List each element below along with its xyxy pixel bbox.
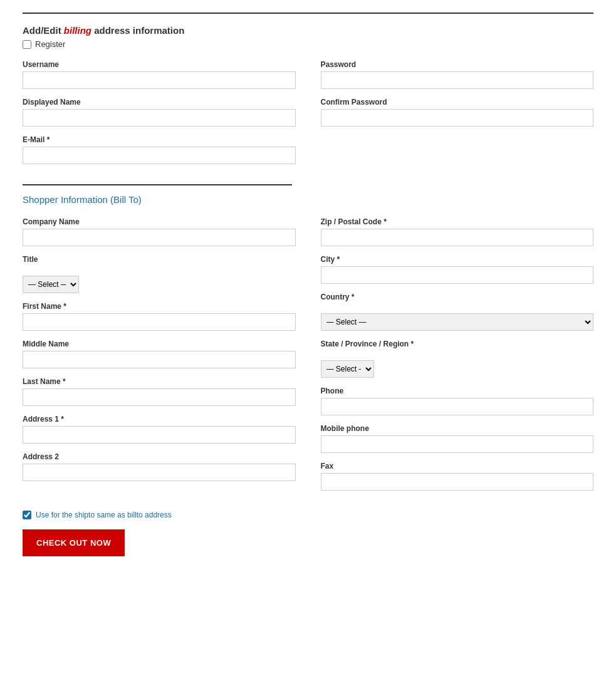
password-group: Password — [321, 60, 594, 89]
email-input[interactable] — [23, 147, 296, 164]
shopper-left-col: Company Name Title — Select — First Name… — [23, 217, 296, 499]
displayed-name-group: Displayed Name — [23, 98, 296, 127]
company-name-input[interactable] — [23, 229, 296, 246]
password-label: Password — [321, 60, 594, 69]
checkout-button[interactable]: CHECK OUT NOW — [23, 529, 125, 556]
use-shipto-checkbox[interactable] — [23, 511, 31, 519]
email-label: E-Mail * — [23, 135, 296, 144]
username-group: Username — [23, 60, 296, 89]
last-name-group: Last Name * — [23, 377, 296, 406]
state-label: State / Province / Region * — [321, 340, 594, 348]
confirm-password-input[interactable] — [321, 109, 594, 127]
mobile-input[interactable] — [321, 435, 594, 453]
account-fields: Username Displayed Name E-Mail * Passwor… — [23, 60, 593, 173]
title-suffix: address information — [91, 25, 184, 36]
last-name-label: Last Name * — [23, 377, 296, 386]
zip-label: Zip / Postal Code * — [321, 217, 594, 226]
register-checkbox[interactable] — [23, 40, 31, 49]
register-label: Register — [35, 39, 65, 49]
shopper-right-col: Zip / Postal Code * City * Country * — S… — [321, 217, 594, 499]
city-group: City * — [321, 255, 594, 284]
account-right-col: Password Confirm Password — [321, 60, 594, 173]
phone-input[interactable] — [321, 398, 594, 415]
fax-input[interactable] — [321, 473, 594, 491]
first-name-input[interactable] — [23, 313, 296, 331]
title-field-label: Title — [23, 255, 296, 264]
page-title: Add/Edit billing address information — [23, 25, 593, 36]
username-input[interactable] — [23, 71, 296, 89]
shopper-fields: Company Name Title — Select — First Name… — [23, 217, 593, 499]
address2-group: Address 2 — [23, 452, 296, 481]
displayed-name-input[interactable] — [23, 109, 296, 127]
state-select[interactable]: — Select — — [321, 360, 374, 378]
company-name-group: Company Name — [23, 217, 296, 246]
email-group: E-Mail * — [23, 135, 296, 164]
fax-label: Fax — [321, 462, 594, 470]
username-label: Username — [23, 60, 296, 69]
title-field-group: Title — Select — — [23, 255, 296, 293]
use-shipto-label: Use for the shipto same as billto addres… — [36, 511, 172, 519]
confirm-password-label: Confirm Password — [321, 98, 594, 107]
address1-input[interactable] — [23, 426, 296, 444]
zip-input[interactable] — [321, 229, 594, 246]
zip-group: Zip / Postal Code * — [321, 217, 594, 246]
mobile-label: Mobile phone — [321, 424, 594, 433]
first-name-group: First Name * — [23, 302, 296, 331]
state-group: State / Province / Region * — Select — — [321, 340, 594, 378]
city-input[interactable] — [321, 266, 594, 284]
title-select[interactable]: — Select — — [23, 276, 79, 293]
use-shipto-row: Use for the shipto same as billto addres… — [23, 511, 593, 519]
phone-group: Phone — [321, 387, 594, 415]
mid-divider — [23, 184, 292, 185]
address1-group: Address 1 * — [23, 415, 296, 444]
country-label: Country * — [321, 293, 594, 301]
last-name-input[interactable] — [23, 388, 296, 406]
register-row: Register — [23, 39, 593, 49]
address1-label: Address 1 * — [23, 415, 296, 424]
fax-group: Fax — [321, 462, 594, 491]
displayed-name-label: Displayed Name — [23, 98, 296, 107]
address2-label: Address 2 — [23, 452, 296, 461]
middle-name-input[interactable] — [23, 351, 296, 368]
title-prefix: Add/Edit — [23, 25, 64, 36]
top-divider — [23, 13, 593, 14]
phone-label: Phone — [321, 387, 594, 395]
password-input[interactable] — [321, 71, 594, 89]
address2-input[interactable] — [23, 464, 296, 481]
first-name-label: First Name * — [23, 302, 296, 311]
country-group: Country * — Select — — [321, 293, 594, 331]
shopper-title: Shopper Information (Bill To) — [23, 194, 593, 205]
country-select[interactable]: — Select — — [321, 313, 594, 331]
middle-name-label: Middle Name — [23, 340, 296, 348]
account-left-col: Username Displayed Name E-Mail * — [23, 60, 296, 173]
city-label: City * — [321, 255, 594, 264]
confirm-password-group: Confirm Password — [321, 98, 594, 127]
middle-name-group: Middle Name — [23, 340, 296, 368]
mobile-group: Mobile phone — [321, 424, 594, 453]
title-billing: billing — [64, 25, 91, 36]
company-name-label: Company Name — [23, 217, 296, 226]
